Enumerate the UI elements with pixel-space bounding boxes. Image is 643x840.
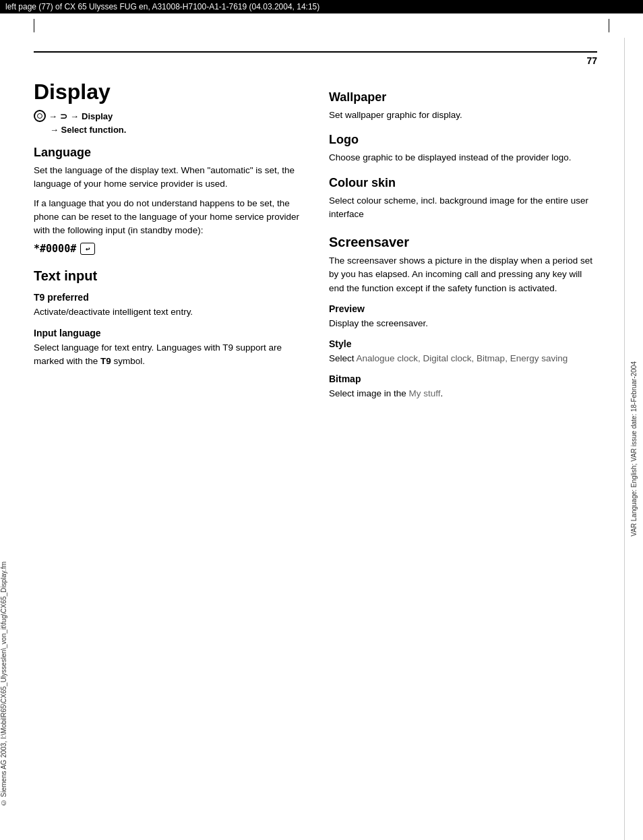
style-text: Select Analogue clock, Digital clock, Bi…: [329, 352, 597, 365]
language-para1: Set the language of the display text. Wh…: [34, 164, 302, 191]
col-left: Display → ⊃ → Display → Select function.…: [34, 80, 302, 407]
nav-arrow2: →: [70, 111, 79, 121]
nav-line: → ⊃ → Display: [34, 110, 302, 122]
t9-highlight: T9: [100, 356, 111, 366]
preview-heading: Preview: [329, 303, 597, 314]
wallpaper-text: Set wallpaper graphic for display.: [329, 109, 597, 122]
colour-skin-text: Select colour scheme, incl. background i…: [329, 194, 597, 222]
language-para2: If a language that you do not understand…: [34, 197, 302, 238]
style-pre: Select: [329, 353, 357, 363]
text-input-heading: Text input: [34, 268, 302, 284]
style-options: Analogue clock, Digital clock, Bitmap, E…: [357, 353, 568, 363]
colour-skin-heading: Colour skin: [329, 176, 597, 190]
t9-heading: T9 preferred: [34, 292, 302, 303]
page-number: 77: [34, 51, 597, 66]
col-right: Wallpaper Set wallpaper graphic for disp…: [329, 80, 597, 407]
phone-icon: ↩: [80, 243, 95, 255]
code-line: *#0000# ↩: [34, 243, 302, 255]
nav-select: → Select function.: [50, 125, 302, 135]
side-tab-text: VAR Language: English; VAR issue date: 1…: [630, 361, 639, 537]
top-mark-left: [34, 19, 34, 32]
logo-heading: Logo: [329, 133, 597, 147]
columns: Display → ⊃ → Display → Select function.…: [34, 80, 597, 407]
page-title: Display: [34, 80, 302, 104]
wallpaper-heading: Wallpaper: [329, 90, 597, 104]
bitmap-pre: Select image in the: [329, 388, 409, 398]
input-lang-heading: Input language: [34, 328, 302, 338]
top-bar-text: left page (77) of CX 65 Ulysses FUG en, …: [5, 2, 319, 11]
input-lang-text: Select language for text entry. Language…: [34, 341, 302, 369]
input-lang-pre: Select language for text entry. Language…: [34, 342, 282, 366]
bottom-marks: [0, 836, 624, 840]
code-text: *#0000#: [34, 243, 76, 255]
screensaver-heading: Screensaver: [329, 235, 597, 250]
nav-display: Display: [82, 111, 113, 121]
top-marks: [0, 13, 643, 38]
bitmap-heading: Bitmap: [329, 373, 597, 384]
bitmap-text: Select image in the My stuff.: [329, 387, 597, 400]
bitmap-post: .: [441, 388, 443, 398]
language-heading: Language: [34, 146, 302, 160]
top-bar: left page (77) of CX 65 Ulysses FUG en, …: [0, 0, 643, 13]
left-label: © Siemens AG 2003, I:\MobilR65\CX65_Ulys…: [0, 562, 13, 806]
t9-text: Activate/deactivate intelligent text ent…: [34, 305, 302, 319]
nav-menu-icon: ⊃: [60, 111, 67, 121]
nav-arrow1: →: [49, 111, 57, 121]
nav-circle: [34, 110, 46, 122]
preview-text: Display the screensaver.: [329, 317, 597, 330]
side-tab: VAR Language: English; VAR issue date: 1…: [624, 38, 643, 840]
logo-text: Choose graphic to be displayed instead o…: [329, 151, 597, 164]
nav-inner-circle: [37, 113, 42, 119]
main-content: 77 Display → ⊃ → Display → Select functi: [0, 38, 624, 840]
style-heading: Style: [329, 338, 597, 349]
input-lang-post: symbol.: [111, 356, 145, 366]
page-container: © Siemens AG 2003, I:\MobilR65\CX65_Ulys…: [0, 38, 643, 840]
top-mark-right: [609, 19, 609, 32]
screensaver-intro: The screensaver shows a picture in the d…: [329, 254, 597, 295]
my-stuff: My stuff: [409, 388, 441, 398]
left-label-text: © Siemens AG 2003, I:\MobilR65\CX65_Ulys…: [0, 562, 7, 806]
